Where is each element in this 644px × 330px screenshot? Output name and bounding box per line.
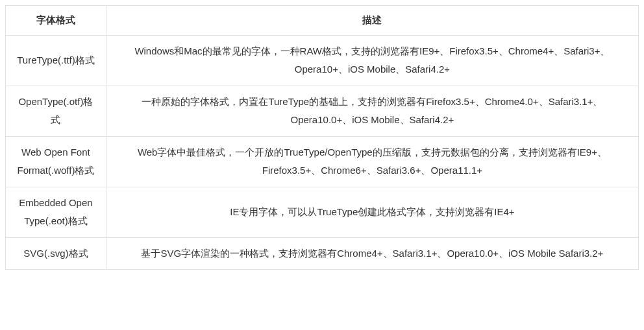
cell-description: IE专用字体，可以从TrueType创建此格式字体，支持浏览器有IE4+ [106, 187, 638, 237]
table-row: TureType(.ttf)格式 Windows和Mac的最常见的字体，一种RA… [6, 35, 639, 86]
table-row: SVG(.svg)格式 基于SVG字体渲染的一种格式，支持浏览器有Chrome4… [6, 237, 639, 270]
cell-format: Embedded Open Type(.eot)格式 [6, 187, 106, 237]
header-format: 字体格式 [6, 6, 106, 36]
cell-format: SVG(.svg)格式 [6, 237, 106, 270]
table-row: OpenType(.otf)格式 一种原始的字体格式，内置在TureType的基… [6, 86, 639, 136]
cell-description: Web字体中最佳格式，一个开放的TrueType/OpenType的压缩版，支持… [106, 136, 638, 187]
cell-description: 基于SVG字体渲染的一种格式，支持浏览器有Chrome4+、Safari3.1+… [106, 237, 638, 270]
table-header-row: 字体格式 描述 [6, 6, 639, 36]
cell-description: Windows和Mac的最常见的字体，一种RAW格式，支持的浏览器有IE9+、F… [106, 35, 638, 86]
cell-format: OpenType(.otf)格式 [6, 86, 106, 136]
cell-description: 一种原始的字体格式，内置在TureType的基础上，支持的浏览器有Firefox… [106, 86, 638, 136]
table-row: Web Open Font Format(.woff)格式 Web字体中最佳格式… [6, 136, 639, 187]
font-formats-table: 字体格式 描述 TureType(.ttf)格式 Windows和Mac的最常见… [5, 5, 639, 270]
header-description: 描述 [106, 6, 638, 36]
table-row: Embedded Open Type(.eot)格式 IE专用字体，可以从Tru… [6, 187, 639, 237]
cell-format: TureType(.ttf)格式 [6, 35, 106, 86]
cell-format: Web Open Font Format(.woff)格式 [6, 136, 106, 187]
